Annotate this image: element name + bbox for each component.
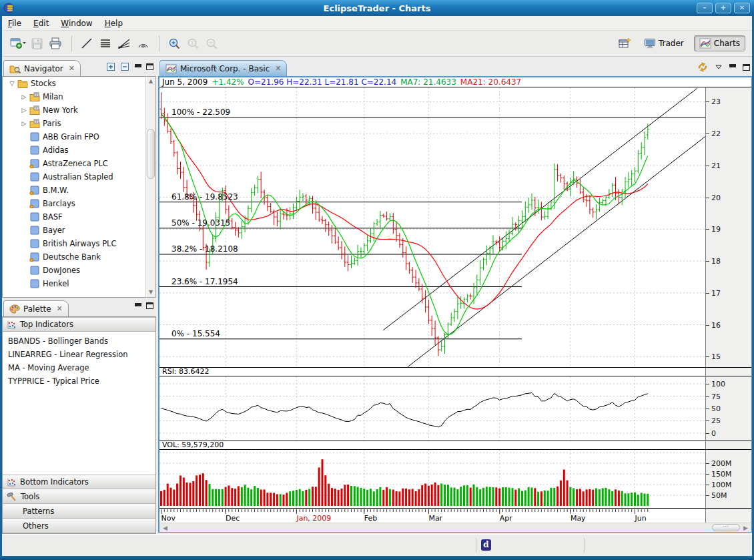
window-title: EclipseTrader - Charts [0, 3, 754, 13]
tree-item-british-airways-plc[interactable]: British Airways PLC [3, 237, 145, 250]
navigator-scrollbar[interactable]: ▲ ▼ [145, 77, 155, 297]
print-button[interactable] [46, 35, 65, 52]
security-icon [29, 266, 40, 275]
arc-tool-button[interactable] [133, 35, 152, 52]
svg-text:Dec: Dec [226, 514, 240, 523]
perspective-charts-button[interactable]: Charts [694, 35, 745, 51]
tree-item-henkel[interactable]: Henkel [3, 277, 145, 290]
expand-all-icon[interactable] [106, 62, 115, 71]
rsi-chart-plot[interactable] [159, 376, 705, 441]
volume-chart-plot[interactable] [159, 450, 705, 508]
palette-tab[interactable]: Palette ✕ [3, 300, 69, 316]
chart-horizontal-scrollbar[interactable]: ◀ ▶ [159, 523, 751, 532]
close-view-icon[interactable]: ✕ [57, 304, 63, 313]
scroll-right-icon[interactable]: ▶ [741, 524, 750, 532]
tree-item-australian-stapled[interactable]: Australian Stapled [3, 170, 145, 184]
menu-window[interactable]: Window [55, 17, 98, 30]
minimize-button[interactable]: – [697, 3, 713, 13]
security-icon [29, 226, 40, 235]
navigator-icon [9, 64, 21, 73]
tree-item-paris[interactable]: ▷Paris [3, 117, 145, 130]
chart-tab[interactable]: Microsoft Corp. - Basic ✕ [159, 60, 287, 76]
tree-item-label: New York [43, 105, 78, 115]
tree-item-dowjones[interactable]: DowJones [3, 264, 145, 277]
menu-file[interactable]: File [2, 17, 27, 30]
fan-lines-button[interactable] [115, 35, 133, 52]
palette-item-ma[interactable]: MA - Moving Average [3, 361, 155, 374]
zoom-in-button[interactable] [165, 35, 183, 52]
minimize-view-icon[interactable] [134, 303, 141, 309]
refresh-icon[interactable] [697, 62, 709, 72]
line-tool-button[interactable] [77, 35, 96, 52]
tree-item-label: Henkel [43, 279, 69, 288]
close-view-icon[interactable]: ✕ [69, 64, 75, 73]
main-toolbar: 1 [2, 31, 752, 57]
chart-view: Microsoft Corp. - Basic ✕ Jun 5, 2009 +1… [158, 59, 753, 533]
palette-category-bottom-indicators[interactable]: Bottom Indicators [3, 475, 155, 489]
new-chart-button[interactable] [9, 35, 27, 52]
tree-item-astrazeneca-plc[interactable]: AstraZeneca PLC [3, 157, 145, 170]
fibonacci-lines-button[interactable] [96, 35, 115, 52]
tree-item-stocks[interactable]: ▽Stocks [3, 77, 145, 90]
zoom-out-button[interactable] [202, 35, 221, 52]
titlebar[interactable]: EclipseTrader - Charts – + ✕ [0, 0, 754, 16]
view-menu-icon[interactable] [715, 65, 722, 70]
tree-item-label: Stocks [31, 79, 56, 88]
twistie-expanded-icon[interactable]: ▽ [7, 80, 17, 87]
minimize-view-icon[interactable] [729, 64, 736, 70]
tree-item-barclays[interactable]: Barclays [3, 197, 145, 210]
tree-item-milan[interactable]: ▷Milan [3, 90, 145, 103]
tree-item-basf[interactable]: BASF [3, 210, 145, 224]
tree-item-adidas[interactable]: Adidas [3, 144, 145, 157]
open-perspective-button[interactable] [615, 35, 634, 52]
palette-item-bbands[interactable]: BBANDS - Bollinger Bands [3, 334, 155, 348]
tree-item-label: ABB Grain FPO [43, 132, 99, 142]
quote-date: Jun 5, 2009 [162, 77, 208, 87]
scrollbar-thumb[interactable] [712, 524, 740, 531]
twistie-collapsed-icon[interactable]: ▷ [19, 107, 29, 113]
tree-item-new-york[interactable]: ▷New York [3, 103, 145, 117]
twistie-collapsed-icon[interactable]: ▷ [19, 93, 29, 100]
palette-view: Palette ✕ Top IndicatorsBBANDS - Bolling… [2, 299, 156, 534]
palette-item-typprice[interactable]: TYPPRICE - Typical Price [3, 374, 155, 388]
svg-text:Jan, 2009: Jan, 2009 [296, 514, 331, 523]
menu-edit[interactable]: Edit [27, 17, 55, 30]
perspective-trader-button[interactable]: Trader [639, 36, 689, 51]
scroll-up-icon[interactable]: ▲ [146, 77, 155, 86]
svg-text:Mar: Mar [428, 514, 442, 523]
zoom-actual-button[interactable]: 1 [183, 35, 202, 52]
tree-item-abb-grain-fpo[interactable]: ABB Grain FPO [3, 130, 145, 144]
scrollbar-thumb[interactable] [147, 129, 155, 179]
save-button[interactable] [27, 35, 46, 52]
maximize-view-icon[interactable] [146, 302, 153, 309]
security-icon [29, 146, 40, 155]
price-chart-plot[interactable]: 100% - 22.50961.8% - 19.852350% - 19.031… [159, 87, 705, 367]
maximize-view-icon[interactable] [743, 64, 750, 71]
palette-item-linearreg[interactable]: LINEARREG - Linear Regression [3, 348, 155, 361]
close-button[interactable]: ✕ [734, 3, 750, 13]
maximize-button[interactable]: + [715, 3, 731, 13]
tree-item-bayer[interactable]: Bayer [3, 224, 145, 237]
security-icon [29, 132, 40, 142]
palette-category-patterns[interactable]: Patterns [3, 504, 155, 519]
collapse-all-icon[interactable] [120, 62, 129, 71]
tree-item-b-m-w-[interactable]: B.M.W. [3, 184, 145, 197]
svg-text:Feb: Feb [364, 514, 377, 523]
palette-category-others[interactable]: Others [3, 519, 155, 533]
tree-item-label: B.M.W. [43, 186, 69, 195]
scroll-down-icon[interactable]: ▼ [146, 288, 155, 297]
maximize-view-icon[interactable] [146, 63, 153, 70]
close-tab-icon[interactable]: ✕ [275, 64, 281, 73]
palette-category-tools[interactable]: Tools [3, 489, 155, 504]
minimize-view-icon[interactable] [134, 64, 141, 70]
navigator-tab[interactable]: Navigator ✕ [3, 60, 81, 76]
chart-editor: Jun 5, 2009 +1.42% O=21.96 H=22.31 L=21.… [158, 76, 753, 533]
palette-category-top-indicators[interactable]: Top Indicators [3, 317, 155, 332]
quote-ma21: MA21: 20.6437 [460, 77, 521, 87]
menu-help[interactable]: Help [99, 17, 129, 30]
scroll-left-icon[interactable]: ◀ [161, 524, 169, 532]
tree-item-deutsche-bank[interactable]: Deutsche Bank [3, 250, 145, 264]
tree-item-label: British Airways PLC [43, 239, 117, 248]
twistie-collapsed-icon[interactable]: ▷ [19, 120, 29, 127]
open-perspective-icon [618, 37, 631, 49]
